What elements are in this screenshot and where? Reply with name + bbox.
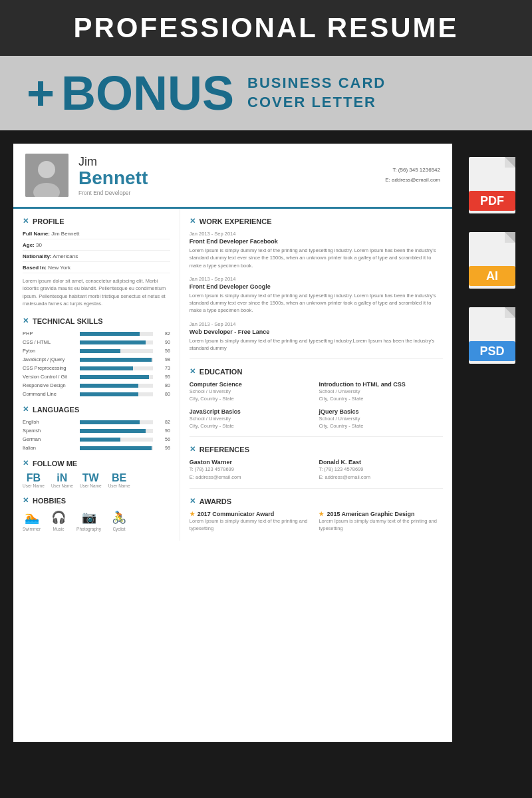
language-row: Italian 98 xyxy=(23,445,170,451)
avatar xyxy=(25,154,68,197)
edu-location: City, Country - State xyxy=(319,395,443,402)
refs-section-title: ✕ References xyxy=(190,445,443,454)
hobby-icon: 🏊 xyxy=(25,510,39,525)
reference-item: Gaston Warner T: (78) 123 4578699 E: add… xyxy=(190,459,314,481)
x-mark-profile: ✕ xyxy=(23,217,29,225)
social-label: User Name xyxy=(108,483,130,488)
social-item[interactable]: BE User Name xyxy=(108,473,130,488)
edu-location: City, Country - State xyxy=(190,422,314,430)
resume-body: ✕ Profile Full Name: Jim Bennett Age: 30… xyxy=(13,209,452,541)
job-desc: Lorem Ipsum is simply dummy text of the … xyxy=(190,337,443,352)
job-desc: Lorem Ipsum is simply dummy text of the … xyxy=(190,292,443,315)
edu-location: City, Country - State xyxy=(190,395,314,402)
edu-item: JavaScript Basics School / University Ci… xyxy=(190,408,314,430)
language-fill xyxy=(80,420,140,424)
job-desc: Lorem Ipsum is simply dummy text of the … xyxy=(190,247,443,269)
language-pct: 98 xyxy=(157,446,170,450)
language-row: Spanish 90 xyxy=(23,428,170,434)
skill-row: Command Line 80 xyxy=(23,391,170,397)
skill-row: CSS / HTML 90 xyxy=(23,339,170,345)
skill-pct: 95 xyxy=(157,374,170,379)
skill-name: CSS / HTML xyxy=(23,339,76,345)
skill-bar xyxy=(80,366,153,370)
work-section-title: ✕ Work Experience xyxy=(190,217,443,225)
hobby-icon: 🚴 xyxy=(112,510,126,525)
edu-section-title: ✕ Education xyxy=(190,367,443,376)
x-mark-languages: ✕ xyxy=(23,405,29,414)
skill-pct: 80 xyxy=(157,392,170,396)
psd-badge: PSD xyxy=(469,341,515,361)
job-entry: Jan 2013 - Sep 2014 Web Developer - Free… xyxy=(190,321,443,352)
social-item[interactable]: TW User Name xyxy=(80,473,102,488)
skill-name: Pyton xyxy=(23,348,76,354)
edu-school: School / University xyxy=(319,415,443,422)
skill-bar xyxy=(80,349,153,353)
skill-row: Pyton 56 xyxy=(23,348,170,354)
skill-fill xyxy=(80,384,138,388)
bonus-plus: + xyxy=(27,69,55,117)
skill-name: PHP xyxy=(23,331,76,336)
skills-label: Technical Skills xyxy=(33,317,103,325)
award-title: ★2015 American Graphic Design xyxy=(319,511,443,517)
pdf-badge: PDF xyxy=(469,191,515,211)
email: E: address@email.com xyxy=(385,176,440,185)
x-mark-refs: ✕ xyxy=(190,445,196,454)
page-title: PROFESSIONAL RESUME xyxy=(20,12,512,44)
award-item: ★2017 Communicator Award Lorem Ipsum is … xyxy=(190,511,314,533)
award-desc: Lorem Ipsum is simply dummy text of the … xyxy=(190,517,314,533)
ref-name: Donald K. East xyxy=(319,459,443,466)
resume-left-column: ✕ Profile Full Name: Jim Bennett Age: 30… xyxy=(13,209,180,541)
awards-section-title: ✕ Awards xyxy=(190,497,443,505)
social-item[interactable]: iN User Name xyxy=(51,473,73,488)
ref-name: Gaston Warner xyxy=(190,459,314,466)
skill-row: Version Control / Git 95 xyxy=(23,374,170,380)
language-bar xyxy=(80,429,153,433)
skill-row: Responsive Design 80 xyxy=(23,382,170,388)
language-row: German 56 xyxy=(23,436,170,442)
language-name: Italian xyxy=(23,445,76,451)
hobby-icon: 📷 xyxy=(82,510,96,525)
x-mark-edu: ✕ xyxy=(190,367,196,376)
skill-name: Version Control / Git xyxy=(23,374,76,380)
hobbies-label: Hobbies xyxy=(33,497,66,505)
social-label: User Name xyxy=(23,483,45,488)
hobby-item: 🏊 Swimmer xyxy=(23,510,41,531)
edu-item: jQuery Basics School / University City, … xyxy=(319,408,443,430)
skill-fill xyxy=(80,332,140,336)
edu-school: School / University xyxy=(319,388,443,395)
skill-bar xyxy=(80,375,153,379)
avatar-image xyxy=(25,154,68,197)
skill-bar xyxy=(80,392,153,396)
edu-label: Education xyxy=(200,368,243,376)
field-based: Based In: New York xyxy=(23,265,170,273)
social-item[interactable]: FB User Name xyxy=(23,473,45,488)
hobbies-row: 🏊 Swimmer 🎧 Music 📷 Photography 🚴 Cyclis… xyxy=(23,510,170,531)
job-title: Front End Developer xyxy=(78,190,375,196)
language-bar xyxy=(80,420,153,424)
profile-label: Profile xyxy=(33,217,65,225)
phone: T: (56) 345 1236542 xyxy=(385,166,440,175)
edu-location: City, Country - State xyxy=(319,422,443,430)
language-name: Spanish xyxy=(23,428,76,434)
language-bar xyxy=(80,446,153,450)
ref-email: E: address@email.com xyxy=(319,473,443,481)
skill-pct: 73 xyxy=(157,366,170,370)
language-fill xyxy=(80,438,120,442)
language-pct: 90 xyxy=(157,428,170,433)
edu-degree: Introduction to HTML and CSS xyxy=(319,381,443,388)
x-mark-skills: ✕ xyxy=(23,317,29,325)
languages-section-title: ✕ Languages xyxy=(23,405,170,414)
job-entry: Jan 2013 - Sep 2014 Front End Developer … xyxy=(190,276,443,315)
job-title: Web Developer - Free Lance xyxy=(190,329,443,335)
skill-fill xyxy=(80,349,120,353)
edu-school: School / University xyxy=(190,388,314,395)
ref-phone: T: (78) 123 4578699 xyxy=(190,466,314,473)
file-icons: PDF AI PSD xyxy=(466,144,519,742)
edu-degree: JavaScript Basics xyxy=(190,408,314,415)
bonus-label: + BONUS xyxy=(27,69,234,117)
hobby-label: Cyclist xyxy=(112,527,125,531)
job-date: Jan 2013 - Sep 2014 xyxy=(190,276,443,282)
social-label: User Name xyxy=(51,483,73,488)
award-desc: Lorem Ipsum is simply dummy text of the … xyxy=(319,517,443,533)
skill-name: JavaScript / jQuery xyxy=(23,356,76,362)
